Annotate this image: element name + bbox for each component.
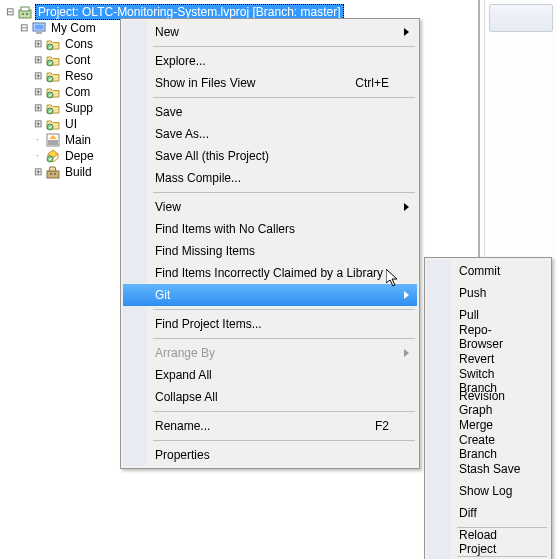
- collapse-glyph[interactable]: ⊟: [18, 23, 29, 33]
- tree-item-label: Cons: [63, 37, 95, 51]
- git-menu-item-commit[interactable]: Commit: [427, 260, 549, 282]
- menu-item-find-items-incorrectly-claimed-by-a-library[interactable]: Find Items Incorrectly Claimed by a Libr…: [123, 262, 417, 284]
- git-menu-item-diff[interactable]: Diff: [427, 502, 549, 524]
- expand-glyph[interactable]: ⊞: [32, 87, 43, 97]
- menu-item-label: Commit: [459, 264, 500, 278]
- git-menu-item-show-log[interactable]: Show Log: [427, 480, 549, 502]
- expand-glyph[interactable]: ⊞: [32, 71, 43, 81]
- git-menu-item-stash-save[interactable]: Stash Save: [427, 458, 549, 480]
- menu-item-label: Save: [155, 105, 182, 119]
- collapse-glyph[interactable]: ⊟: [4, 7, 15, 17]
- menu-item-label: Show Log: [459, 484, 512, 498]
- menu-separator: [153, 411, 415, 412]
- context-menu[interactable]: NewExplore...Show in Files ViewCtrl+ESav…: [120, 18, 420, 469]
- menu-item-label: Repo-Browser: [459, 323, 521, 351]
- menu-separator: [153, 440, 415, 441]
- menu-item-save[interactable]: Save: [123, 101, 417, 123]
- menu-item-label: Pull: [459, 308, 479, 322]
- menu-item-label: Revision Graph: [459, 389, 521, 417]
- menu-item-expand-all[interactable]: Expand All: [123, 364, 417, 386]
- git-menu-item-repo-browser[interactable]: Repo-Browser: [427, 326, 549, 348]
- menu-shortcut: F2: [351, 419, 389, 433]
- tree-item-label: UI: [63, 117, 79, 131]
- menu-item-label: View: [155, 200, 181, 214]
- submenu-arrow-icon: [404, 291, 409, 299]
- menu-item-find-items-with-no-callers[interactable]: Find Items with No Callers: [123, 218, 417, 240]
- tree-item-label: Supp: [63, 101, 95, 115]
- menu-item-label: Expand All: [155, 368, 212, 382]
- menu-item-git[interactable]: Git: [123, 284, 417, 306]
- menu-item-new[interactable]: New: [123, 21, 417, 43]
- expand-glyph[interactable]: ⊞: [32, 167, 43, 177]
- menu-item-label: Reload Project: [459, 528, 521, 556]
- menu-item-save-all-this-project[interactable]: Save All (this Project): [123, 145, 417, 167]
- menu-item-label: Rename...: [155, 419, 210, 433]
- menu-item-show-in-files-view[interactable]: Show in Files ViewCtrl+E: [123, 72, 417, 94]
- tree-item-label: Cont: [63, 53, 92, 67]
- submenu-arrow-icon: [404, 28, 409, 36]
- menu-separator: [153, 192, 415, 193]
- tree-item-label: Depe: [63, 149, 96, 163]
- menu-item-label: Save As...: [155, 127, 209, 141]
- menu-item-mass-compile[interactable]: Mass Compile...: [123, 167, 417, 189]
- submenu-arrow-icon: [404, 203, 409, 211]
- menu-item-arrange-by: Arrange By: [123, 342, 417, 364]
- git-menu-item-push[interactable]: Push: [427, 282, 549, 304]
- menu-item-label: Create Branch: [459, 433, 521, 461]
- menu-separator: [153, 309, 415, 310]
- leaf-glyph: ·: [32, 151, 43, 161]
- git-menu-item-revision-graph[interactable]: Revision Graph: [427, 392, 549, 414]
- menu-item-rename[interactable]: Rename...F2: [123, 415, 417, 437]
- menu-item-collapse-all[interactable]: Collapse All: [123, 386, 417, 408]
- expand-glyph[interactable]: ⊞: [32, 119, 43, 129]
- menu-item-label: Properties: [155, 448, 210, 462]
- project-icon: [17, 4, 33, 20]
- menu-item-label: Find Items Incorrectly Claimed by a Libr…: [155, 266, 383, 280]
- menu-separator: [153, 97, 415, 98]
- folder-icon: [45, 68, 61, 84]
- menu-item-label: Merge: [459, 418, 493, 432]
- menu-separator: [153, 46, 415, 47]
- menu-item-label: Collapse All: [155, 390, 218, 404]
- menu-item-label: Show in Files View: [155, 76, 256, 90]
- git-menu-item-create-branch[interactable]: Create Branch: [427, 436, 549, 458]
- menu-item-properties[interactable]: Properties: [123, 444, 417, 466]
- menu-item-find-missing-items[interactable]: Find Missing Items: [123, 240, 417, 262]
- tree-item-label: Com: [63, 85, 92, 99]
- folder-icon: [45, 84, 61, 100]
- dependencies-icon: [45, 148, 61, 164]
- menu-item-view[interactable]: View: [123, 196, 417, 218]
- folder-icon: [45, 36, 61, 52]
- right-pane-header: [489, 4, 553, 32]
- menu-item-label: Find Items with No Callers: [155, 222, 295, 236]
- computer-icon: [31, 20, 47, 36]
- menu-item-save-as[interactable]: Save As...: [123, 123, 417, 145]
- tree-item-label: Reso: [63, 69, 95, 83]
- menu-item-label: Diff: [459, 506, 477, 520]
- menu-item-label: Find Project Items...: [155, 317, 262, 331]
- menu-item-label: Revert: [459, 352, 494, 366]
- tree-item-label: Build: [63, 165, 94, 179]
- menu-item-find-project-items[interactable]: Find Project Items...: [123, 313, 417, 335]
- menu-item-label: Push: [459, 286, 486, 300]
- menu-item-label: Save All (this Project): [155, 149, 269, 163]
- menu-item-label: Stash Save: [459, 462, 520, 476]
- expand-glyph[interactable]: ⊞: [32, 55, 43, 65]
- git-menu-item-reload-project[interactable]: Reload Project: [427, 531, 549, 553]
- leaf-glyph: ·: [32, 135, 43, 145]
- expand-glyph[interactable]: ⊞: [32, 39, 43, 49]
- vi-icon: [45, 132, 61, 148]
- git-submenu[interactable]: CommitPushPullRepo-BrowserRevertSwitch B…: [424, 257, 552, 559]
- menu-item-explore[interactable]: Explore...: [123, 50, 417, 72]
- menu-item-label: Arrange By: [155, 346, 215, 360]
- my-computer-label: My Com: [49, 21, 98, 35]
- submenu-arrow-icon: [404, 349, 409, 357]
- menu-separator: [153, 338, 415, 339]
- tree-item-label: Main: [63, 133, 93, 147]
- folder-icon: [45, 52, 61, 68]
- menu-item-label: Explore...: [155, 54, 206, 68]
- menu-item-label: New: [155, 25, 179, 39]
- menu-item-label: Find Missing Items: [155, 244, 255, 258]
- expand-glyph[interactable]: ⊞: [32, 103, 43, 113]
- menu-shortcut: Ctrl+E: [331, 76, 389, 90]
